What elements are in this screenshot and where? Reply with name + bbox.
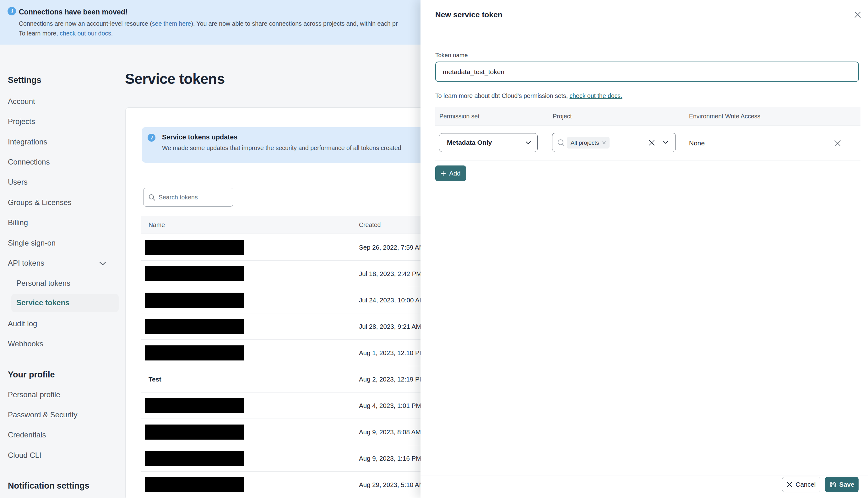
redacted-token-name bbox=[145, 240, 244, 255]
notification-settings-heading: Notification settings bbox=[8, 481, 90, 491]
permission-helper-text: To learn more about dbt Cloud's permissi… bbox=[435, 92, 622, 100]
sidebar-item-integrations[interactable]: Integrations bbox=[8, 137, 47, 146]
page-title: Service tokens bbox=[125, 70, 225, 87]
new-service-token-panel: New service token Token name To learn mo… bbox=[421, 0, 868, 498]
project-multiselect[interactable]: All projects bbox=[552, 133, 676, 152]
settings-heading: Settings bbox=[8, 75, 41, 85]
helper-text: To learn more about dbt Cloud's permissi… bbox=[435, 92, 570, 99]
sidebar-item-projects[interactable]: Projects bbox=[8, 117, 35, 126]
search-icon bbox=[557, 139, 565, 147]
check-out-the-docs-link[interactable]: check out the docs. bbox=[570, 92, 622, 99]
all-projects-chip-label: All projects bbox=[570, 140, 599, 146]
add-button-label: Add bbox=[449, 170, 460, 177]
all-projects-chip: All projects bbox=[567, 137, 609, 148]
sidebar-item-password-security[interactable]: Password & Security bbox=[8, 410, 77, 419]
save-button[interactable]: Save bbox=[825, 477, 858, 492]
sidebar-item-connections[interactable]: Connections bbox=[8, 158, 50, 167]
sidebar-item-users[interactable]: Users bbox=[8, 178, 28, 186]
banner-line2-text: To learn more, bbox=[19, 30, 60, 37]
column-header-name: Name bbox=[148, 221, 165, 228]
sidebar-item-service-tokens[interactable]: Service tokens bbox=[11, 294, 119, 312]
permission-set-select[interactable]: Metadata Only bbox=[439, 133, 538, 152]
column-header-environment-write-access: Environment Write Access bbox=[689, 113, 760, 120]
banner-line1-suffix: ). You are now able to share connections… bbox=[191, 20, 397, 27]
panel-header-divider bbox=[421, 37, 868, 37]
token-created-date: Jul 24, 2023, 10:00 AM bbox=[359, 287, 425, 313]
infobox-title: Service tokens updates bbox=[162, 133, 237, 141]
token-name-input[interactable] bbox=[435, 62, 859, 82]
plus-icon bbox=[440, 171, 446, 176]
redacted-token-name bbox=[145, 424, 244, 440]
environment-write-access-value: None bbox=[689, 126, 705, 160]
redacted-token-name bbox=[145, 477, 244, 492]
redacted-token-name bbox=[145, 266, 244, 281]
remove-chip-icon[interactable] bbox=[602, 141, 606, 144]
token-created-date: Aug 29, 2023, 5:10 AM P bbox=[359, 472, 431, 498]
panel-footer-divider bbox=[421, 475, 868, 475]
close-icon[interactable] bbox=[854, 11, 862, 18]
token-created-date: Jul 28, 2023, 9:21 AM P bbox=[359, 313, 428, 340]
permission-row: Metadata Only All projects None bbox=[435, 126, 860, 160]
token-name: Test bbox=[148, 366, 161, 393]
banner-line1: Connections are now an account-level res… bbox=[19, 20, 418, 27]
sidebar-item-service-tokens-label: Service tokens bbox=[16, 298, 69, 307]
permission-set-value: Metadata Only bbox=[447, 133, 492, 151]
token-created-date: Aug 4, 2023, 1:01 PM P bbox=[359, 393, 428, 419]
sidebar-item-personal-tokens[interactable]: Personal tokens bbox=[16, 279, 70, 288]
token-created-date: Aug 9, 2023, 8:08 AM P bbox=[359, 419, 427, 445]
chevron-down-icon[interactable] bbox=[663, 141, 668, 144]
check-out-docs-link[interactable]: check out our docs. bbox=[60, 30, 113, 37]
redacted-token-name bbox=[145, 293, 244, 308]
infobox-body: We made some updates that improve the se… bbox=[162, 144, 402, 152]
add-permission-button[interactable]: Add bbox=[435, 166, 466, 181]
cancel-button-label: Cancel bbox=[796, 481, 816, 488]
redacted-token-name bbox=[145, 451, 244, 466]
token-created-date: Aug 9, 2023, 1:16 PM P bbox=[359, 445, 428, 472]
token-created-date: Sep 26, 2022, 7:59 AM P bbox=[359, 234, 431, 261]
column-header-project: Project bbox=[553, 113, 572, 120]
sidebar-item-account[interactable]: Account bbox=[8, 97, 35, 106]
chevron-down-icon[interactable] bbox=[99, 261, 106, 267]
sidebar-item-billing[interactable]: Billing bbox=[8, 218, 28, 227]
banner-line1-text: Connections are now an account-level res… bbox=[19, 20, 152, 27]
sidebar-item-personal-profile[interactable]: Personal profile bbox=[8, 390, 60, 399]
see-them-here-link[interactable]: see them here bbox=[152, 20, 191, 27]
your-profile-heading: Your profile bbox=[8, 370, 55, 380]
save-button-label: Save bbox=[839, 481, 855, 488]
redacted-token-name bbox=[145, 345, 244, 361]
redacted-token-name bbox=[145, 398, 244, 413]
token-created-date: Aug 1, 2023, 12:10 PM P bbox=[359, 340, 431, 366]
token-name-label: Token name bbox=[435, 52, 468, 59]
search-tokens-box bbox=[143, 188, 233, 207]
sidebar-item-single-sign-on[interactable]: Single sign-on bbox=[8, 239, 56, 247]
banner-title: Connections have been moved! bbox=[19, 8, 418, 16]
sidebar-item-audit-log[interactable]: Audit log bbox=[8, 319, 37, 328]
sidebar-item-groups-licenses[interactable]: Groups & Licenses bbox=[8, 198, 71, 207]
remove-row-icon[interactable] bbox=[834, 140, 841, 147]
search-input[interactable] bbox=[158, 188, 229, 206]
info-icon: i bbox=[8, 7, 16, 15]
sidebar-item-credentials[interactable]: Credentials bbox=[8, 431, 46, 439]
clear-selection-icon[interactable] bbox=[648, 140, 655, 146]
token-created-date: Jul 18, 2023, 2:42 PM P bbox=[359, 261, 428, 287]
sidebar-item-api-tokens[interactable]: API tokens bbox=[8, 259, 44, 267]
redacted-token-name bbox=[145, 319, 244, 334]
permissions-grid-header: Permission set Project Environment Write… bbox=[435, 107, 860, 126]
info-icon: i bbox=[148, 134, 156, 142]
save-icon bbox=[829, 481, 836, 488]
panel-title: New service token bbox=[435, 10, 502, 19]
search-icon bbox=[148, 194, 156, 201]
sidebar-item-cloud-cli[interactable]: Cloud CLI bbox=[8, 451, 41, 460]
token-created-date: Aug 2, 2023, 12:19 PM P bbox=[359, 366, 431, 393]
column-header-permission-set: Permission set bbox=[439, 113, 479, 120]
close-icon bbox=[787, 482, 792, 487]
column-header-created: Created bbox=[359, 221, 381, 228]
banner-line2: To learn more, check out our docs. bbox=[19, 30, 418, 37]
sidebar-item-webhooks[interactable]: Webhooks bbox=[8, 339, 43, 348]
chevron-down-icon bbox=[525, 141, 531, 144]
cancel-button[interactable]: Cancel bbox=[782, 477, 820, 492]
